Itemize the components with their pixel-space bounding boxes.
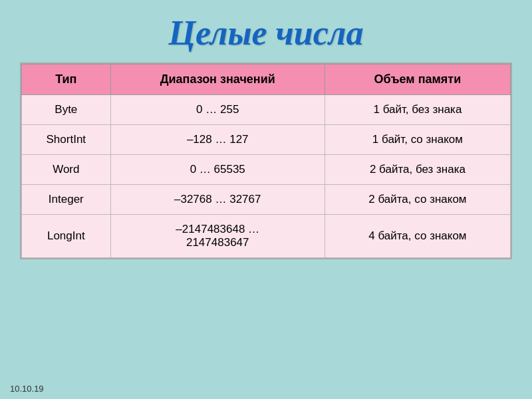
col-header-memory: Объем памяти xyxy=(325,65,510,95)
cell-range: 0 … 255 xyxy=(110,95,325,125)
table-row: Integer–32768 … 327672 байта, со знаком xyxy=(22,185,511,215)
col-header-range: Диапазон значений xyxy=(110,65,325,95)
cell-type: Byte xyxy=(22,95,111,125)
table-row: Byte0 … 2551 байт, без знака xyxy=(22,95,511,125)
cell-range: –32768 … 32767 xyxy=(110,185,325,215)
cell-type: ShortInt xyxy=(22,125,111,155)
cell-range: 0 … 65535 xyxy=(110,155,325,185)
cell-range: –128 … 127 xyxy=(110,125,325,155)
col-header-type: Тип xyxy=(22,65,111,95)
cell-memory: 2 байта, со знаком xyxy=(325,185,510,215)
cell-memory: 4 байта, со знаком xyxy=(325,215,510,258)
cell-type: Integer xyxy=(22,185,111,215)
cell-memory: 1 байт, без знака xyxy=(325,95,510,125)
cell-type: LongInt xyxy=(22,215,111,258)
table-header-row: Тип Диапазон значений Объем памяти xyxy=(22,65,511,95)
table-row: Word0 … 655352 байта, без знака xyxy=(22,155,511,185)
data-table: Тип Диапазон значений Объем памяти Byte0… xyxy=(20,63,512,259)
cell-range: –2147483648 …2147483647 xyxy=(110,215,325,258)
cell-memory: 1 байт, со знаком xyxy=(325,125,510,155)
table-row: ShortInt–128 … 1271 байт, со знаком xyxy=(22,125,511,155)
cell-type: Word xyxy=(22,155,111,185)
page-title: Целые числа xyxy=(0,0,532,63)
cell-memory: 2 байта, без знака xyxy=(325,155,510,185)
timestamp: 10.10.19 xyxy=(10,384,44,394)
table-row: LongInt–2147483648 …21474836474 байта, с… xyxy=(22,215,511,258)
